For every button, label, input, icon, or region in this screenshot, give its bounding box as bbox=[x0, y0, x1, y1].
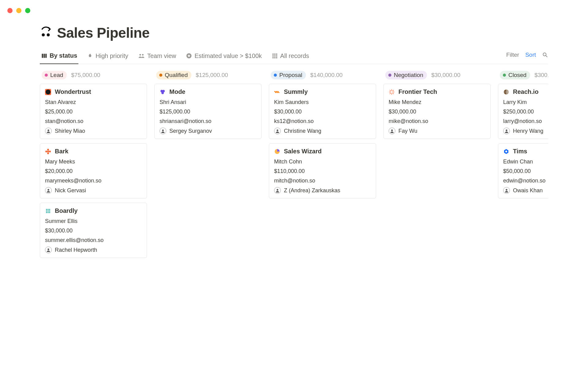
svg-point-44 bbox=[277, 189, 278, 190]
contact-name: Edwin Chan bbox=[503, 159, 548, 165]
company-logo-icon bbox=[503, 148, 509, 155]
deal-value: $125,000.00 bbox=[160, 109, 256, 115]
deal-card[interactable]: Reach.io Larry Kim $250,000.00 larry@not… bbox=[498, 84, 548, 139]
deal-card[interactable]: Wondertrust Stan Alvarez $25,000.00 stan… bbox=[40, 84, 147, 139]
company-name: Boardly bbox=[55, 207, 77, 214]
deal-value: $30,000.00 bbox=[45, 228, 142, 234]
status-pill[interactable]: Negotiation bbox=[385, 71, 427, 79]
deal-card[interactable]: Bark Mary Meeks $20,000.00 marymeeks@not… bbox=[40, 143, 147, 198]
status-dot-icon bbox=[274, 74, 277, 77]
svg-point-37 bbox=[47, 248, 49, 250]
svg-rect-14 bbox=[272, 57, 273, 58]
svg-point-0 bbox=[42, 33, 45, 36]
deal-card[interactable]: Frontier Tech Mike Mendez $30,000.00 mik… bbox=[383, 84, 491, 139]
contact-name: Larry Kim bbox=[503, 99, 548, 105]
status-pill[interactable]: Qualified bbox=[156, 71, 191, 79]
contact-name: Mary Meeks bbox=[45, 159, 142, 165]
contact-name: Stan Alvarez bbox=[45, 99, 142, 105]
view-tab-all-records[interactable]: All records bbox=[270, 50, 310, 64]
view-tab-label: Estimated value > $100k bbox=[194, 52, 262, 59]
contact-name: Mitch Cohn bbox=[274, 159, 371, 165]
view-tab-label: High priority bbox=[96, 52, 128, 59]
view-tab-label: All records bbox=[280, 52, 309, 59]
svg-point-34 bbox=[46, 212, 47, 213]
filter-button[interactable]: Filter bbox=[506, 52, 519, 58]
search-icon[interactable] bbox=[542, 52, 548, 58]
svg-point-41 bbox=[162, 129, 164, 131]
svg-point-55 bbox=[506, 129, 507, 131]
status-pill[interactable]: Closed bbox=[500, 71, 530, 79]
view-tab-team-view[interactable]: Team view bbox=[137, 50, 177, 64]
svg-point-24 bbox=[45, 151, 47, 152]
svg-line-52 bbox=[390, 93, 391, 94]
deal-card[interactable]: Summly Kim Saunders $30,000.00 ks12@noti… bbox=[269, 84, 376, 139]
status-dot-icon bbox=[159, 74, 162, 77]
column-closed: Closed$300,000.00 Reach.io Larry Kim $25… bbox=[498, 71, 548, 262]
people-icon bbox=[138, 53, 145, 59]
column-header: Negotiation$30,000.00 bbox=[383, 71, 491, 79]
contact-email: ks12@notion.so bbox=[274, 118, 371, 125]
svg-point-40 bbox=[161, 92, 164, 94]
deal-value: $250,000.00 bbox=[503, 109, 548, 115]
svg-point-1 bbox=[47, 33, 50, 36]
company-logo-icon bbox=[389, 89, 395, 95]
column-header: Proposal$140,000.00 bbox=[269, 71, 376, 79]
column-header: Lead$75,000.00 bbox=[40, 71, 147, 79]
column-proposal: Proposal$140,000.00 Summly Kim Saunders … bbox=[269, 71, 376, 262]
maximize-window-button[interactable] bbox=[25, 8, 30, 13]
svg-point-29 bbox=[47, 209, 49, 210]
contact-email: larry@notion.so bbox=[503, 118, 548, 125]
deal-card[interactable]: Mode Shri Ansari $125,000.00 shriansari@… bbox=[154, 84, 262, 139]
window-controls[interactable] bbox=[7, 8, 30, 13]
svg-point-5 bbox=[139, 54, 141, 56]
contact-email: marymeeks@notion.so bbox=[45, 178, 142, 184]
svg-rect-12 bbox=[274, 55, 275, 56]
contact-name: Summer Ellis bbox=[45, 218, 142, 224]
status-pill[interactable]: Lead bbox=[42, 71, 67, 79]
owner-avatar-icon bbox=[45, 128, 52, 134]
svg-point-33 bbox=[49, 210, 50, 212]
svg-rect-8 bbox=[272, 54, 273, 55]
deal-card[interactable]: Tims Edwin Chan $50,000.00 edwin@notion.… bbox=[498, 143, 548, 198]
svg-point-42 bbox=[277, 129, 278, 131]
column-sum: $30,000.00 bbox=[431, 72, 460, 79]
deal-value: $50,000.00 bbox=[503, 168, 548, 174]
sort-button[interactable]: Sort bbox=[525, 52, 536, 58]
contact-email: edwin@notion.so bbox=[503, 178, 548, 184]
company-name: Reach.io bbox=[513, 88, 538, 95]
company-logo-icon bbox=[45, 208, 51, 214]
svg-line-49 bbox=[390, 90, 391, 91]
status-label: Proposal bbox=[279, 72, 302, 79]
svg-line-50 bbox=[393, 93, 394, 94]
owner-avatar-icon bbox=[274, 187, 281, 194]
deal-card[interactable]: Sales Wizard Mitch Cohn $110,000.00 mitc… bbox=[269, 143, 376, 198]
deal-value: $25,000.00 bbox=[45, 109, 142, 115]
status-label: Negotiation bbox=[394, 72, 423, 79]
close-window-button[interactable] bbox=[7, 8, 13, 13]
view-tab-label: By status bbox=[50, 52, 77, 59]
company-logo-icon bbox=[503, 89, 509, 95]
contact-name: Shri Ansari bbox=[160, 99, 256, 105]
flame-icon bbox=[87, 53, 93, 59]
status-pill[interactable]: Proposal bbox=[271, 71, 306, 79]
view-tab-by-status[interactable]: By status bbox=[40, 50, 78, 64]
status-dot-icon bbox=[503, 74, 506, 77]
deal-value: $110,000.00 bbox=[274, 168, 371, 174]
contact-email: summer.ellis@notion.so bbox=[45, 237, 142, 243]
owner-name: Owais Khan bbox=[513, 187, 543, 194]
owner-name: Fay Wu bbox=[398, 128, 417, 134]
grid-icon bbox=[272, 53, 278, 59]
contact-name: Kim Saunders bbox=[274, 99, 371, 105]
svg-point-27 bbox=[47, 189, 49, 190]
minimize-window-button[interactable] bbox=[16, 8, 21, 13]
svg-rect-10 bbox=[276, 54, 277, 55]
deal-card[interactable]: Boardly Summer Ellis $30,000.00 summer.e… bbox=[40, 203, 147, 258]
owner-avatar-icon bbox=[503, 128, 510, 134]
view-tab-estimated-value-100k[interactable]: Estimated value > $100k bbox=[185, 50, 263, 64]
view-toolbar: Filter Sort bbox=[506, 52, 548, 62]
pipeline-icon bbox=[40, 26, 52, 40]
svg-point-21 bbox=[47, 129, 49, 131]
view-tab-high-priority[interactable]: High priority bbox=[86, 50, 130, 64]
star-icon bbox=[186, 53, 192, 59]
svg-point-35 bbox=[47, 212, 49, 213]
